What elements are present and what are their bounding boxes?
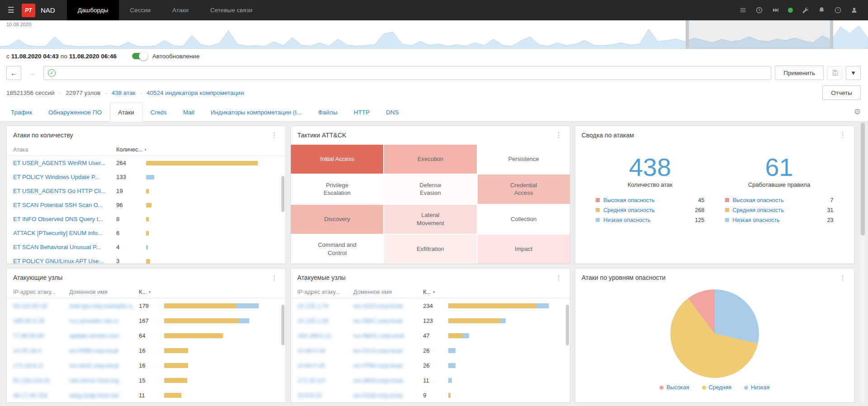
node-ip-link[interactable]: 10.64.0.18 xyxy=(297,347,353,354)
nav-item-network-links[interactable]: Сетевые связи xyxy=(199,0,263,20)
attck-tile-command-and-control[interactable]: Command and Control xyxy=(291,235,383,264)
node-ip-link[interactable]: 10.25.16.4 xyxy=(13,347,69,354)
timeline-selection[interactable] xyxy=(686,20,833,49)
selection-left-handle[interactable] xyxy=(686,20,689,49)
attck-tile-collection[interactable]: Collection xyxy=(478,205,570,234)
attck-tile-privilege-escalation[interactable]: Privilege Escalation xyxy=(291,175,383,203)
node-domain-link[interactable]: srv-dc02.corp.local xyxy=(69,362,139,369)
node-domain-link[interactable]: ws-0118.corp.local xyxy=(353,392,423,399)
skip-to-end-icon[interactable] xyxy=(772,6,779,14)
legend-label-link[interactable]: Высокая опасность xyxy=(603,197,698,203)
node-domain-link[interactable]: cdn.mirror-host.org xyxy=(69,377,139,384)
attack-name-link[interactable]: ET SCAN Potential SSH Scan O... xyxy=(13,202,116,208)
node-domain-link[interactable]: ws-0847.corp.local xyxy=(353,317,423,324)
tab-1[interactable]: Обнаруженное ПО xyxy=(40,103,110,121)
card-menu-icon[interactable]: ⋮ xyxy=(554,274,564,282)
tab-3[interactable]: Creds xyxy=(142,103,175,121)
user-icon[interactable] xyxy=(850,6,858,14)
save-filter-button[interactable] xyxy=(827,66,842,80)
apply-button[interactable]: Применить xyxy=(775,66,824,80)
col-count-sort[interactable]: Количес...▾ xyxy=(116,146,146,153)
tab-6[interactable]: Файлы xyxy=(310,103,346,121)
card-menu-icon[interactable]: ⋮ xyxy=(554,131,564,139)
node-ip-link[interactable]: 10.125.1.33 xyxy=(297,317,353,324)
tab-5[interactable]: Индикаторы компрометации (I... xyxy=(202,103,310,121)
nav-item-attacks[interactable]: Атаки xyxy=(161,0,199,20)
page-scrollbar[interactable] xyxy=(861,123,865,403)
filter-dropdown-button[interactable]: ▾ xyxy=(846,66,861,80)
node-ip-link[interactable]: 172.20.3.9 xyxy=(297,377,353,384)
attack-name-link[interactable]: ET POLICY GNU/Linux APT Use... xyxy=(13,258,116,264)
tab-0[interactable]: Трафик xyxy=(3,103,40,121)
attack-name-link[interactable]: ET POLICY Windows Update P... xyxy=(13,174,116,180)
node-ip-link[interactable]: 77.88.55.60 xyxy=(13,332,69,339)
autorefresh-toggle[interactable] xyxy=(132,53,147,59)
attack-name-link[interactable]: ET USER_AGENTS Go HTTP Cli... xyxy=(13,188,116,194)
card-menu-icon[interactable]: ⋮ xyxy=(270,274,279,282)
node-ip-link[interactable]: 46.17.44.153 xyxy=(13,392,69,399)
col-count-sort[interactable]: К...▾ xyxy=(423,289,448,295)
node-ip-link[interactable]: 172.16.8.11 xyxy=(13,362,69,369)
clock-icon[interactable] xyxy=(755,6,763,14)
card-menu-icon[interactable]: ⋮ xyxy=(838,131,848,139)
wrench-icon[interactable] xyxy=(802,6,809,14)
legend-label-link[interactable]: Низкая опасность xyxy=(603,217,695,223)
capture-status-indicator[interactable] xyxy=(788,8,793,13)
node-ip-link[interactable]: 10.8.8.23 xyxy=(297,392,353,399)
attck-tile-lateral-movement[interactable]: Lateral Movement xyxy=(384,205,476,234)
reports-button[interactable]: Отчеты xyxy=(822,85,861,100)
node-ip-link[interactable]: 10.64.0.25 xyxy=(297,362,353,369)
card-menu-icon[interactable]: ⋮ xyxy=(270,131,279,139)
attack-name-link[interactable]: ET INFO Observed DNS Query t... xyxy=(13,216,116,222)
stat-item-3[interactable]: 40524 индикатора компрометации xyxy=(135,90,244,96)
pie-legend-label[interactable]: Средняя xyxy=(709,384,731,391)
node-ip-link[interactable]: 10.125.1.74 xyxy=(297,302,353,309)
node-ip-link[interactable]: 93.115.92.18 xyxy=(13,302,69,309)
page-scrollbar-thumb[interactable] xyxy=(861,123,865,236)
attck-tile-impact[interactable]: Impact xyxy=(478,235,570,264)
attck-tile-exfiltration[interactable]: Exfiltration xyxy=(384,235,476,264)
card-scrollbar-thumb[interactable] xyxy=(281,176,285,212)
card-scrollbar-thumb[interactable] xyxy=(281,305,285,345)
legend-label-link[interactable]: Средняя опасность xyxy=(733,207,827,213)
card-scrollbar-thumb[interactable] xyxy=(566,305,569,345)
node-domain-link[interactable]: ws-0456.corp.local xyxy=(69,347,139,354)
legend-label-link[interactable]: Низкая опасность xyxy=(733,217,827,223)
node-ip-link[interactable]: 91.218.114.31 xyxy=(13,377,69,384)
attck-tile-persistence[interactable]: Persistence xyxy=(478,145,570,174)
attck-tile-execution[interactable]: Execution xyxy=(384,145,476,174)
tab-4[interactable]: Mail xyxy=(175,103,203,121)
nav-item-dashboards[interactable]: Дашборды xyxy=(67,0,119,20)
legend-label-link[interactable]: Высокая опасность xyxy=(733,197,830,203)
history-forward-button[interactable]: → xyxy=(25,66,40,80)
attack-name-link[interactable]: ATTACK [PTsecurity] ENUM info... xyxy=(13,230,116,236)
attck-tile-initial-access[interactable]: Initial Access xyxy=(291,145,383,174)
traffic-timeline[interactable]: 10.08.2020 xyxy=(0,20,868,49)
selection-right-handle[interactable] xyxy=(830,20,833,49)
tab-8[interactable]: DNS xyxy=(378,103,407,121)
pie-legend-label[interactable]: Высокая xyxy=(666,384,689,391)
settings-gear-icon[interactable]: ⚙ xyxy=(854,107,861,117)
stat-item-2[interactable]: 438 атак xyxy=(100,90,135,96)
node-ip-link[interactable]: 192.168.5.21 xyxy=(297,332,353,339)
hamburger-menu-icon[interactable]: ☰ xyxy=(0,5,22,15)
node-domain-link[interactable]: relay.smtp-host.net xyxy=(69,392,139,399)
node-domain-link[interactable]: mail-gw.corp.example.ru xyxy=(69,302,139,309)
bell-icon[interactable] xyxy=(818,6,825,14)
severity-pie-chart[interactable] xyxy=(670,289,759,378)
node-domain-link[interactable]: update.vendor.com xyxy=(69,332,139,339)
help-icon[interactable]: ? xyxy=(834,6,842,14)
node-domain-link[interactable]: ws-0790.corp.local xyxy=(353,362,423,369)
filter-query-input[interactable] xyxy=(59,66,767,80)
node-domain-link[interactable]: srv-db03.corp.local xyxy=(353,377,423,384)
tab-7[interactable]: HTTP xyxy=(346,103,378,121)
attck-tile-defense-evasion[interactable]: Defense Evasion xyxy=(384,175,476,203)
node-ip-link[interactable]: 185.40.4.29 xyxy=(13,317,69,324)
node-domain-link[interactable]: srv-file01.corp.local xyxy=(353,332,423,339)
attck-tile-discovery[interactable]: Discovery xyxy=(291,205,383,234)
node-domain-link[interactable]: ns1.provider-net.ru xyxy=(69,317,139,324)
pie-legend-label[interactable]: Низкая xyxy=(751,384,769,391)
legend-label-link[interactable]: Средняя опасность xyxy=(603,207,695,213)
list-icon[interactable] xyxy=(739,6,747,14)
node-domain-link[interactable]: ws-0213.corp.local xyxy=(353,347,423,354)
